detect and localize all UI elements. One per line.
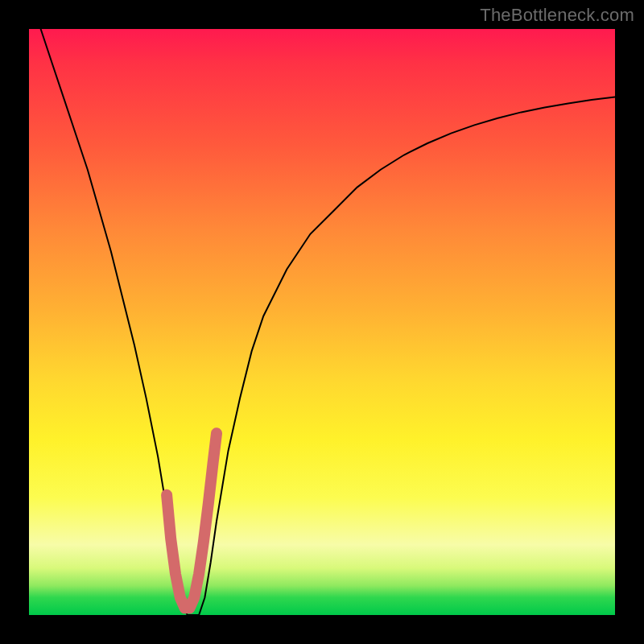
chart-frame: TheBottleneck.com	[0, 0, 644, 644]
optimum-marker	[167, 433, 217, 608]
bottleneck-curve	[41, 29, 615, 615]
curve-layer	[29, 29, 615, 615]
watermark-text: TheBottleneck.com	[480, 5, 634, 26]
plot-area	[29, 29, 615, 615]
